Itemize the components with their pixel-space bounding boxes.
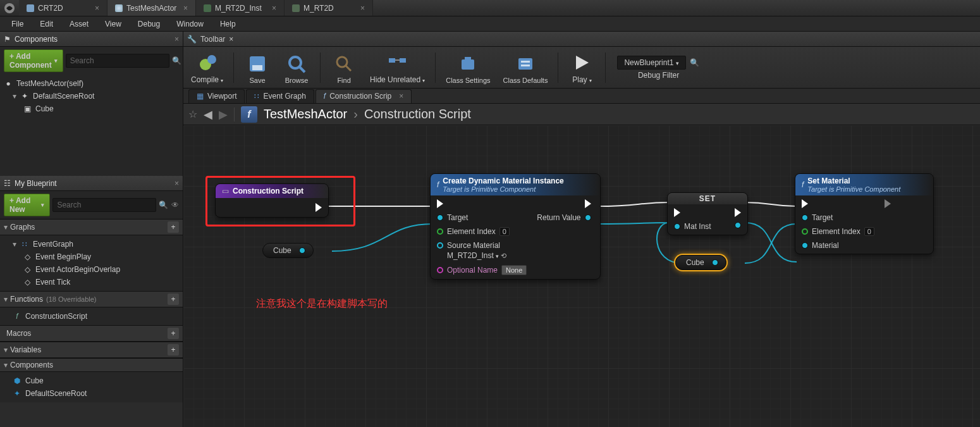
add-component-button[interactable]: + Add Component▾ xyxy=(4,49,63,72)
add-new-button[interactable]: + Add New▾ xyxy=(4,194,50,216)
window-tab-mrt2d-inst[interactable]: M_RT2D_Inst× xyxy=(196,0,285,16)
tree-var-cube[interactable]: ⬢Cube xyxy=(1,374,181,387)
graph-canvas[interactable]: ▭Construction Script Cube f Create Dynam… xyxy=(183,125,980,427)
close-icon[interactable]: × xyxy=(360,4,365,13)
menu-window[interactable]: Window xyxy=(169,18,211,30)
window-tab-mrt2d[interactable]: M_RT2D× xyxy=(285,0,373,16)
node-create-dynamic-material-instance[interactable]: f Create Dynamic Material InstanceTarget… xyxy=(430,173,601,280)
pin-optional-name[interactable]: Optional NameNone xyxy=(437,265,527,275)
window-tab-testmeshactor[interactable]: TestMeshActor× xyxy=(107,0,196,16)
toolbar: Compile ▾ Save Browse Find Hide Unrelate… xyxy=(183,47,980,89)
source-material-value[interactable]: M_RT2D_Inst xyxy=(447,251,494,260)
tree-event-actorbeginoverlap[interactable]: ◇Event ActorBeginOverlap xyxy=(1,263,181,276)
variable-get-cube[interactable]: Cube xyxy=(262,243,314,258)
eye-icon[interactable]: 👁 xyxy=(171,200,179,210)
data-out-pin[interactable] xyxy=(712,259,718,266)
variable-get-cube-selected[interactable]: Cube xyxy=(675,255,726,270)
menu-edit[interactable]: Edit xyxy=(32,18,61,30)
tree-event-beginplay[interactable]: ◇Event BeginPlay xyxy=(1,251,181,263)
element-index-value[interactable]: 0 xyxy=(864,227,874,236)
node-construction-script[interactable]: ▭Construction Script xyxy=(215,183,329,218)
find-button[interactable]: Find xyxy=(327,51,361,85)
close-icon[interactable]: × xyxy=(175,35,179,44)
tree-constructionscript[interactable]: fConstructionScript xyxy=(1,310,181,323)
tab-eventgraph[interactable]: ∷Event Graph xyxy=(246,89,314,103)
menu-file[interactable]: File xyxy=(4,18,31,30)
components-panel-header[interactable]: ⚑ Components × xyxy=(0,32,183,47)
tab-viewport[interactable]: ▦Viewport xyxy=(188,89,245,103)
nav-forward-button[interactable]: ▶ xyxy=(219,108,228,121)
window-tab-crt2d[interactable]: CRT2D× xyxy=(19,0,107,16)
pin-source-material[interactable]: Source MaterialM_RT2D_Inst ▾ ⟲ xyxy=(437,241,527,260)
node-set[interactable]: SET Mat Inst xyxy=(667,192,748,235)
tree-var-defaultsceneroot[interactable]: ✦DefaultSceneRoot xyxy=(1,387,181,400)
left-panel: ⚑ Components × + Add Component▾ 🔍 ●TestM… xyxy=(0,32,183,427)
tab-constructionscript[interactable]: fConstruction Scrip× xyxy=(315,89,412,103)
browse-button[interactable]: Browse xyxy=(279,51,314,85)
element-index-value[interactable]: 0 xyxy=(499,227,510,236)
search-icon[interactable]: 🔍 xyxy=(159,200,168,210)
play-button[interactable]: Play ▾ xyxy=(565,50,599,85)
data-out-pin[interactable] xyxy=(735,222,741,228)
exec-out-pin[interactable] xyxy=(885,199,891,208)
close-icon[interactable]: × xyxy=(175,179,179,188)
exec-in-pin[interactable] xyxy=(437,199,527,208)
nav-back-button[interactable]: ◀ xyxy=(204,108,212,121)
components-search-input[interactable] xyxy=(66,54,169,68)
pin-mat-inst[interactable]: Mat Inst xyxy=(674,222,711,231)
exec-out-pin[interactable] xyxy=(735,208,741,217)
menu-help[interactable]: Help xyxy=(212,18,243,30)
search-icon[interactable]: 🔍 xyxy=(690,58,700,68)
class-defaults-button[interactable]: Class Defaults xyxy=(499,51,552,85)
toolbar-panel-header[interactable]: 🔧 Toolbar × xyxy=(183,32,980,47)
menu-view[interactable]: View xyxy=(97,18,129,30)
tree-row-cube[interactable]: ▣Cube xyxy=(1,102,181,115)
svg-point-5 xyxy=(290,57,301,68)
close-icon[interactable]: × xyxy=(95,4,99,13)
tree-row-defaultsceneroot[interactable]: ▾✦DefaultSceneRoot xyxy=(1,90,181,102)
hide-unrelated-button[interactable]: Hide Unrelated ▾ xyxy=(366,50,429,85)
compile-button[interactable]: Compile ▾ xyxy=(187,50,227,85)
breadcrumb-root[interactable]: TestMeshActor xyxy=(264,107,347,121)
scene-icon: ✦ xyxy=(20,92,29,101)
section-functions[interactable]: ▾Functions(18 Overridable)+ xyxy=(0,291,183,307)
add-icon[interactable]: + xyxy=(168,294,179,305)
debug-filter-select[interactable]: NewBlueprint1 ▾ xyxy=(617,56,685,70)
section-graphs[interactable]: ▾Graphs+ xyxy=(0,219,183,235)
data-out-pin[interactable] xyxy=(299,247,305,254)
pin-element-index[interactable]: Element Index0 xyxy=(437,227,527,236)
close-icon[interactable]: × xyxy=(183,4,188,13)
add-icon[interactable]: + xyxy=(168,221,179,233)
close-icon[interactable]: × xyxy=(399,92,403,101)
section-components2[interactable]: ▾Components xyxy=(0,358,183,372)
close-icon[interactable]: × xyxy=(229,35,233,44)
class-settings-button[interactable]: Class Settings xyxy=(442,51,494,85)
section-variables[interactable]: ▾Variables+ xyxy=(0,342,183,358)
search-icon[interactable]: 🔍 xyxy=(172,56,181,66)
favorite-icon[interactable]: ☆ xyxy=(188,108,197,120)
menu-debug[interactable]: Debug xyxy=(130,18,168,30)
tree-event-tick[interactable]: ◇Event Tick xyxy=(1,276,181,288)
optional-name-value[interactable]: None xyxy=(501,265,527,275)
exec-in-pin[interactable] xyxy=(674,208,711,217)
pin-target[interactable]: Target xyxy=(802,213,874,222)
tree-eventgraph[interactable]: ▾∷EventGraph xyxy=(1,238,181,251)
pin-element-index[interactable]: Element Index0 xyxy=(802,227,874,236)
node-set-material[interactable]: f Set MaterialTarget is Primitive Compon… xyxy=(795,173,934,254)
exec-out-pin[interactable] xyxy=(315,203,322,212)
tree-row-self[interactable]: ●TestMeshActor(self) xyxy=(1,77,181,90)
section-macros[interactable]: Macros+ xyxy=(0,325,183,342)
myblueprint-panel-header[interactable]: ☷ My Blueprint × xyxy=(0,176,183,191)
save-button[interactable]: Save xyxy=(240,51,274,85)
add-icon[interactable]: + xyxy=(168,328,179,339)
add-icon[interactable]: + xyxy=(168,344,179,356)
pin-material[interactable]: Material xyxy=(802,241,874,250)
breadcrumb-leaf[interactable]: Construction Script xyxy=(364,107,471,121)
myblueprint-search-input[interactable] xyxy=(52,198,156,212)
close-icon[interactable]: × xyxy=(272,4,276,13)
menu-asset[interactable]: Asset xyxy=(62,18,96,30)
pin-return-value[interactable]: Return Value xyxy=(537,213,591,222)
exec-in-pin[interactable] xyxy=(802,199,874,208)
pin-target[interactable]: Target xyxy=(437,213,527,222)
exec-out-pin[interactable] xyxy=(537,199,591,208)
